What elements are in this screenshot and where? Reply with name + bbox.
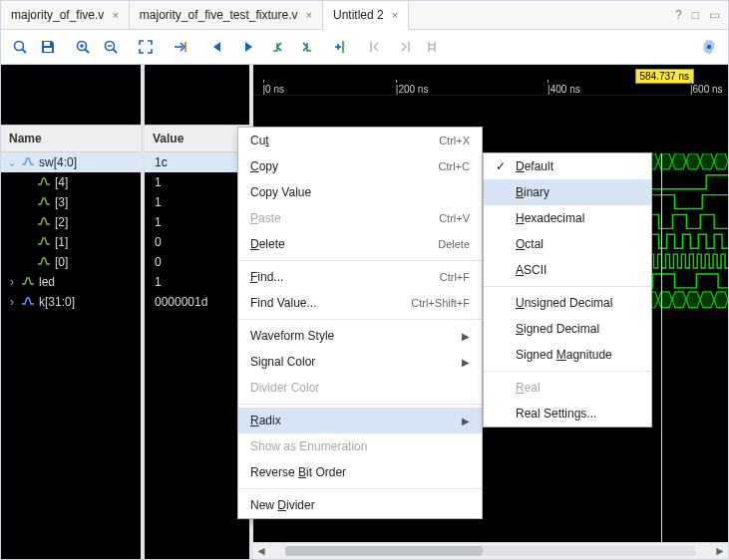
menu-item-label: Radix [250,414,281,427]
signal-value[interactable]: 1 [145,172,249,192]
gear-icon[interactable] [696,34,722,60]
menu-item: Show as Enumeration [238,433,482,459]
menu-item[interactable]: DeleteDelete [238,231,482,257]
menu-item[interactable]: CutCtrl+X [238,128,482,153]
ruler-tick: |600 ns [690,84,723,95]
menu-item[interactable]: Signed Decimal [484,316,651,342]
tab-file-2[interactable]: Untitled 2 × [323,1,409,31]
signal-value[interactable]: 1c [145,152,249,172]
tab-label: majority_of_five_test_fixture.v [140,8,298,22]
menu-item-label: Show as Enumeration [250,439,367,453]
save-icon[interactable] [35,34,61,60]
menu-item[interactable]: ASCII [484,257,651,283]
goto-end-icon[interactable] [237,34,263,60]
value-header[interactable]: Value [145,125,249,152]
menu-shortcut: Delete [438,238,470,250]
menu-item[interactable]: Hexadecimal [484,205,651,231]
help-icon[interactable]: ? [675,8,682,22]
signal-row[interactable]: [3] [1,192,141,212]
menu-item[interactable]: Octal [484,231,651,257]
tab-label: majority_of_five.v [11,8,104,22]
signal-row[interactable]: [4] [1,172,141,192]
signal-value[interactable]: 0000001d [145,292,249,312]
menu-item[interactable]: Find...Ctrl+F [238,264,482,290]
signal-name: [4] [55,175,68,189]
signal-value[interactable]: 0 [145,252,249,272]
close-icon[interactable]: × [392,9,398,21]
menu-item[interactable]: Signal Color▶ [238,349,482,375]
menu-item-label: ASCII [516,263,547,277]
ruler-tick: |400 ns [547,84,580,95]
tab-file-1[interactable]: majority_of_five_test_fixture.v × [130,1,323,29]
signal-value[interactable]: 1 [145,272,249,292]
signal-name: led [39,275,55,289]
signal-row[interactable]: ›k[31:0] [1,292,141,312]
restore-icon[interactable]: ▭ [709,8,720,22]
menu-item[interactable]: Real Settings... [484,401,651,426]
menu-item-label: Copy [250,159,278,173]
signal-value[interactable]: 1 [145,192,249,212]
time-cursor[interactable] [661,153,662,542]
submenu-arrow-icon: ▶ [462,416,470,426]
menu-item[interactable]: Binary [484,179,651,205]
signal-value[interactable]: 0 [145,232,249,252]
scroll-thumb[interactable] [285,546,483,556]
signal-row[interactable]: [2] [1,212,141,232]
expander-icon[interactable]: › [7,295,17,309]
svg-rect-2 [44,42,50,46]
menu-item[interactable]: ✓Default [484,153,651,179]
signal-row[interactable]: ⌄sw[4:0] [1,152,141,172]
ruler-tick: |200 ns [396,84,429,95]
menu-item[interactable]: Reverse Bit Order [238,459,482,485]
context-menu[interactable]: CutCtrl+XCopyCtrl+CCopy ValuePasteCtrl+V… [237,127,483,519]
zoom-out-icon[interactable] [98,34,124,60]
menu-item[interactable]: Find Value...Ctrl+Shift+F [238,290,482,316]
menu-item[interactable]: CopyCtrl+C [238,153,482,179]
menu-item[interactable]: Signed Magnitude [484,342,651,368]
menu-item-label: Signed Decimal [516,322,599,336]
menu-item[interactable]: Radix▶ [238,408,482,433]
signal-icon [21,276,35,288]
signal-row[interactable]: [1] [1,232,141,252]
scroll-right-icon[interactable]: ► [712,544,728,558]
goto-start-icon[interactable] [202,34,228,60]
menu-item[interactable]: Waveform Style▶ [238,323,482,349]
prev-transition-icon[interactable] [265,34,291,60]
prev-marker-icon [363,34,389,60]
submenu-arrow-icon: ▶ [462,357,470,368]
time-ruler[interactable]: 584.737 ns |0 ns|200 ns|400 ns|600 ns [253,65,728,96]
signal-name: [1] [55,235,68,249]
name-header[interactable]: Name [1,125,141,152]
svg-point-0 [15,42,24,51]
maximize-icon[interactable]: □ [692,8,699,22]
signal-name: sw[4:0] [39,155,77,169]
scroll-left-icon[interactable]: ◄ [253,544,269,558]
menu-item-label: Divider Color [250,381,319,395]
radix-submenu[interactable]: ✓DefaultBinaryHexadecimalOctalASCIIUnsig… [483,152,652,427]
zoom-fit-icon[interactable] [133,34,159,60]
expander-icon[interactable]: › [7,275,17,289]
add-marker-icon[interactable] [328,34,354,60]
signal-icon [37,216,51,228]
close-icon[interactable]: × [306,9,312,21]
signal-value[interactable]: 1 [145,212,249,232]
checkmark-icon: ✓ [496,159,510,173]
menu-item-label: Signal Color [250,355,315,369]
menu-item[interactable]: New Divider [238,492,482,518]
zoom-in-icon[interactable] [70,34,96,60]
goto-cursor-icon[interactable] [168,34,193,60]
menu-item-label: Cut [250,134,269,147]
horizontal-scrollbar[interactable]: ◄ ► [253,542,728,559]
search-icon[interactable] [7,34,33,60]
next-transition-icon[interactable] [293,34,319,60]
signal-row[interactable]: [0] [1,252,141,272]
menu-item: PasteCtrl+V [238,205,482,231]
close-icon[interactable]: × [112,9,118,21]
signal-name: [3] [55,195,68,209]
menu-item-label: Copy Value [250,185,311,199]
expander-icon[interactable]: ⌄ [7,155,17,169]
tab-file-0[interactable]: majority_of_five.v × [1,1,130,29]
menu-item[interactable]: Unsigned Decimal [484,290,651,316]
menu-item[interactable]: Copy Value [238,179,482,205]
signal-row[interactable]: ›led [1,272,141,292]
